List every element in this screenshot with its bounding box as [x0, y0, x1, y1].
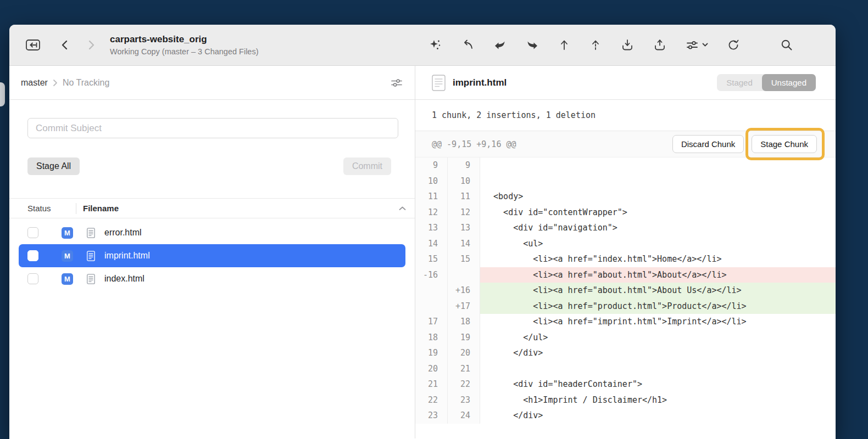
filter-sliders-icon [685, 38, 699, 52]
old-line-number: 10 [415, 173, 448, 189]
file-list: M error.html [9, 221, 415, 290]
staged-unstaged-segment: Staged Unstaged [717, 74, 816, 91]
back-chevron-icon[interactable] [59, 39, 70, 51]
forward-chevron-icon[interactable] [86, 39, 97, 51]
app-window: carparts-website_orig Working Copy (mast… [9, 25, 836, 439]
old-line-number [415, 299, 448, 314]
diff-line[interactable]: 21 22 <div id="headerContainer"> [415, 376, 836, 392]
diff-line[interactable]: 20 21 [415, 361, 836, 377]
view-options-button[interactable] [685, 38, 708, 52]
file-row[interactable]: M imprint.html [19, 244, 405, 267]
refresh-icon[interactable] [726, 38, 741, 52]
code-text: </ul> [480, 330, 836, 346]
file-row[interactable]: M index.html [19, 267, 405, 290]
new-line-number: 13 [448, 220, 480, 236]
new-line-number: 22 [448, 376, 480, 392]
collapse-chevron-icon[interactable] [399, 206, 415, 211]
chunk-header: @@ -9,15 +9,16 @@ Discard Chunk Stage Ch… [415, 131, 836, 157]
diff-line[interactable]: 23 24 </div> [415, 408, 836, 424]
filter-sliders-icon[interactable] [391, 77, 403, 88]
nav-history [59, 39, 97, 51]
push-arrow-icon[interactable] [525, 38, 539, 52]
new-line-number: 24 [448, 408, 480, 424]
arrow-up-icon[interactable] [558, 38, 571, 52]
filename-column-header[interactable]: Filename [83, 204, 119, 213]
diff-line[interactable]: 12 12 <div id="contentWrapper"> [415, 205, 836, 221]
commit-subject-input[interactable] [27, 118, 398, 138]
stash-tray-up-icon[interactable] [653, 38, 667, 52]
old-line-number: 17 [415, 314, 448, 330]
status-column-header[interactable]: Status [27, 204, 76, 213]
old-line-number: 18 [415, 330, 448, 346]
old-line-number: -16 [415, 267, 448, 283]
new-line-number: 10 [448, 173, 480, 189]
file-icon [87, 274, 95, 284]
new-line-number: 9 [448, 157, 480, 173]
window-edge-tab [0, 82, 5, 106]
diff-line[interactable]: 9 9 [415, 157, 836, 173]
breadcrumb-tracking[interactable]: No Tracking [63, 78, 109, 88]
toolbar-actions [428, 38, 794, 52]
arrow-up-dashed-icon[interactable] [589, 38, 602, 52]
staged-tab[interactable]: Staged [717, 74, 762, 91]
diff-line[interactable]: 11 11 <body> [415, 189, 836, 205]
modified-status-badge: M [62, 273, 73, 285]
diff-line[interactable]: -16 <li><a href="about.html">About</a></… [415, 267, 836, 283]
fetch-arrow-icon[interactable] [460, 38, 475, 52]
diff-summary: 1 chunk, 2 insertions, 1 deletion [415, 100, 836, 131]
pull-arrow-icon[interactable] [493, 38, 507, 52]
new-line-number: 23 [448, 392, 480, 408]
file-row[interactable]: M error.html [19, 221, 405, 244]
unstaged-tab[interactable]: Unstaged [762, 74, 816, 91]
stage-checkbox[interactable] [27, 250, 38, 261]
stage-all-button[interactable]: Stage All [27, 157, 80, 175]
code-text: <div id="contentWrapper"> [480, 205, 836, 221]
diff-line[interactable]: 15 15 <li><a href="index.html">Home</a><… [415, 251, 836, 267]
new-line-number: 12 [448, 205, 480, 221]
new-line-number: 14 [448, 236, 480, 252]
stage-checkbox[interactable] [27, 273, 38, 284]
new-line-number: 21 [448, 361, 480, 377]
new-line-number: 19 [448, 330, 480, 346]
diff-line[interactable]: 19 20 </div> [415, 345, 836, 361]
repo-title: carparts-website_orig [110, 34, 259, 45]
stage-checkbox[interactable] [27, 227, 38, 238]
code-text: <body> [480, 189, 836, 205]
code-text: <h1>Imprint / Disclaimer</h1> [480, 392, 836, 408]
new-line-number: +16 [448, 283, 480, 299]
breadcrumb-chevron-icon [53, 79, 58, 87]
stage-chunk-button[interactable]: Stage Chunk [752, 135, 817, 153]
code-text [480, 361, 836, 377]
old-line-number: 11 [415, 189, 448, 205]
sparkles-icon[interactable] [428, 38, 442, 52]
diff-line[interactable]: 14 14 <ul> [415, 236, 836, 252]
commit-actions: Stage All Commit [27, 157, 391, 175]
diff-line[interactable]: 13 13 <div id="navigation"> [415, 220, 836, 236]
diff-summary-text: 1 chunk, 2 insertions, 1 deletion [432, 110, 596, 120]
code-text: <li><a href="imprint.html">Imprint</a></… [480, 314, 836, 330]
commit-button[interactable]: Commit [343, 157, 391, 175]
old-line-number: 23 [415, 408, 448, 424]
diff-line[interactable]: 10 10 [415, 173, 836, 189]
breadcrumb-branch[interactable]: master [21, 78, 48, 88]
discard-chunk-button[interactable]: Discard Chunk [672, 135, 744, 153]
diff-line[interactable]: 17 18 <li><a href="imprint.html">Imprint… [415, 314, 836, 330]
new-line-number: 11 [448, 189, 480, 205]
diff-line[interactable]: +16 <li><a href="about.html">About Us</a… [415, 283, 836, 299]
diff-line[interactable]: +17 <li><a href="product.html">Product</… [415, 299, 836, 314]
stash-tray-down-icon[interactable] [620, 38, 635, 52]
commit-panel: master No Tracking [9, 66, 415, 438]
repository-switcher-icon[interactable] [24, 38, 42, 52]
old-line-number: 20 [415, 361, 448, 377]
old-line-number: 12 [415, 205, 448, 221]
code-text: <li><a href="about.html">About</a></li> [480, 267, 836, 283]
diff-line[interactable]: 22 23 <h1>Imprint / Disclaimer</h1> [415, 392, 836, 408]
new-line-number: 15 [448, 251, 480, 267]
diff-filename: imprint.html [453, 77, 507, 88]
old-line-number: 19 [415, 345, 448, 361]
search-icon[interactable] [780, 38, 794, 52]
diff-panel: imprint.html Staged Unstaged 1 chunk, 2 … [415, 66, 836, 438]
diff-line[interactable]: 18 19 </ul> [415, 330, 836, 346]
code-text: <div id="navigation"> [480, 220, 836, 236]
new-line-number: +17 [448, 299, 480, 314]
